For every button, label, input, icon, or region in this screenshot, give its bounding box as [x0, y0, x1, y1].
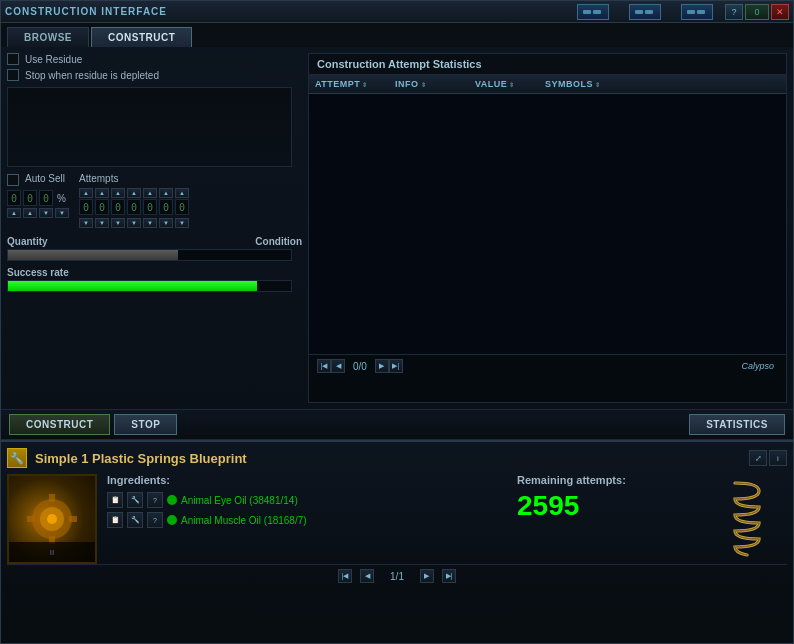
att-digit-2: 0 [95, 199, 109, 215]
tab-construct[interactable]: CONSTRUCT [91, 27, 192, 47]
success-rate-bar-container [7, 280, 292, 292]
success-rate-bar-fill [8, 281, 257, 291]
tab-browse[interactable]: BROWSE [7, 27, 89, 47]
main-window: CONSTRUCTION INTERFACE ? 0 ✕ BROWSE CONS… [0, 0, 794, 644]
stop-depleted-row: Stop when residue is depleted [7, 69, 302, 81]
att-up-3[interactable]: ▲ [111, 188, 125, 198]
ingredient-icon-2a: 📋 [107, 512, 123, 528]
sort-icon-info[interactable]: ⇕ [421, 81, 427, 88]
attempts-up-arrows: ▲ ▲ ▲ ▲ ▲ ▲ ▲ [79, 188, 189, 198]
blueprint-content: II Ingredients: 📋 🔧 ? Animal Eye Oil (38… [7, 474, 787, 564]
auto-sell-label: Auto Sell [25, 173, 65, 184]
nav-prev[interactable]: ◀ [331, 359, 345, 373]
top-nav-icon3[interactable] [681, 4, 713, 20]
percent-up-1[interactable]: ▲ [7, 208, 21, 218]
ingredients-label: Ingredients: [107, 474, 507, 486]
auto-sell-group: Auto Sell 0 0 0 % ▲ ▲ ▼ ▼ [7, 173, 69, 228]
blueprint-overlay: II [9, 542, 95, 562]
ingredient-status-2 [167, 515, 177, 525]
close-button[interactable]: ✕ [771, 4, 789, 20]
svg-rect-3 [645, 10, 653, 14]
help-button[interactable]: ? [725, 4, 743, 20]
qty-condition-row: Quantity Condition [7, 236, 302, 247]
att-up-2[interactable]: ▲ [95, 188, 109, 198]
statistics-button[interactable]: STATISTICS [689, 414, 785, 435]
ingredient-icon-1c: ? [147, 492, 163, 508]
stop-depleted-checkbox[interactable] [7, 69, 19, 81]
bp-info-btn[interactable]: i [769, 450, 787, 466]
nav-next[interactable]: ▶ [375, 359, 389, 373]
blueprint-title: Simple 1 Plastic Springs Blueprint [35, 451, 247, 466]
window-title: CONSTRUCTION INTERFACE [5, 6, 167, 17]
att-down-6[interactable]: ▼ [159, 218, 173, 228]
sort-icon-value[interactable]: ⇕ [509, 81, 515, 88]
remaining-label: Remaining attempts: [517, 474, 697, 486]
percent-sign: % [57, 193, 66, 204]
bottom-nav: |◀ ◀ 1/1 ▶ ▶| [7, 564, 787, 587]
blueprint-section: 🔧 Simple 1 Plastic Springs Blueprint ⤢ i [1, 440, 793, 593]
att-down-4[interactable]: ▼ [127, 218, 141, 228]
use-residue-checkbox[interactable] [7, 53, 19, 65]
att-up-1[interactable]: ▲ [79, 188, 93, 198]
att-digit-5: 0 [143, 199, 157, 215]
percentage-display: 0 0 0 % [7, 190, 69, 206]
svg-rect-4 [687, 10, 695, 14]
svg-rect-1 [593, 10, 601, 14]
percent-down-2[interactable]: ▼ [55, 208, 69, 218]
construct-button[interactable]: CONSTRUCT [9, 414, 110, 435]
att-digit-4: 0 [127, 199, 141, 215]
attempts-down-arrows: ▼ ▼ ▼ ▼ ▼ ▼ ▼ [79, 218, 189, 228]
att-up-6[interactable]: ▲ [159, 188, 173, 198]
condition-label: Condition [255, 236, 302, 247]
att-down-1[interactable]: ▼ [79, 218, 93, 228]
top-nav-icon2[interactable] [629, 4, 661, 20]
att-up-5[interactable]: ▲ [143, 188, 157, 198]
percent-digit-2: 0 [23, 190, 37, 206]
success-rate-label: Success rate [7, 267, 302, 278]
nav-last[interactable]: ▶| [389, 359, 403, 373]
att-down-3[interactable]: ▼ [111, 218, 125, 228]
bp-nav-last[interactable]: ▶| [442, 569, 456, 583]
att-down-7[interactable]: ▼ [175, 218, 189, 228]
att-digit-3: 0 [111, 199, 125, 215]
att-down-2[interactable]: ▼ [95, 218, 109, 228]
remaining-section: Remaining attempts: 2595 [517, 474, 697, 564]
minimize-button[interactable]: 0 [745, 4, 769, 20]
att-up-7[interactable]: ▲ [175, 188, 189, 198]
stop-button[interactable]: STOP [114, 414, 177, 435]
sort-icon-attempt[interactable]: ⇕ [362, 81, 368, 88]
bp-nav-prev[interactable]: ◀ [360, 569, 374, 583]
spring-area [707, 474, 787, 564]
use-residue-label: Use Residue [25, 54, 82, 65]
ingredient-icon-2c: ? [147, 512, 163, 528]
statistics-title: Construction Attempt Statistics [309, 54, 786, 75]
col-attempt: ATTEMPT ⇕ [309, 75, 389, 93]
blueprint-image: II [7, 474, 97, 564]
col-info: INFO ⇕ [389, 75, 469, 93]
bp-nav-next[interactable]: ▶ [420, 569, 434, 583]
use-residue-row: Use Residue [7, 53, 302, 65]
att-up-4[interactable]: ▲ [127, 188, 141, 198]
auto-sell-checkbox[interactable] [7, 174, 19, 186]
right-panel-wrapper: Construction Attempt Statistics ATTEMPT … [308, 53, 787, 403]
blueprint-icon: 🔧 [7, 448, 27, 468]
top-nav-icon1[interactable] [577, 4, 609, 20]
sort-icon-symbols[interactable]: ⇕ [595, 81, 601, 88]
nav-page: 0/0 [353, 361, 367, 372]
svg-rect-5 [697, 10, 705, 14]
stats-nav-row: |◀ ◀ 0/0 ▶ ▶| Calypso [309, 354, 786, 377]
svg-rect-0 [583, 10, 591, 14]
nav-first[interactable]: |◀ [317, 359, 331, 373]
bp-nav-first[interactable]: |◀ [338, 569, 352, 583]
bp-expand-btn[interactable]: ⤢ [749, 450, 767, 466]
col-symbols: SYMBOLS ⇕ [539, 75, 786, 93]
svg-rect-12 [69, 516, 77, 522]
percent-up-2[interactable]: ▲ [23, 208, 37, 218]
ingredients-section: Ingredients: 📋 🔧 ? Animal Eye Oil (38481… [107, 474, 507, 564]
percent-down-1[interactable]: ▼ [39, 208, 53, 218]
percent-digit-3: 0 [39, 190, 53, 206]
quantity-bar-container [7, 249, 292, 261]
ingredient-icon-1a: 📋 [107, 492, 123, 508]
att-down-5[interactable]: ▼ [143, 218, 157, 228]
col-value: VALUE ⇕ [469, 75, 539, 93]
